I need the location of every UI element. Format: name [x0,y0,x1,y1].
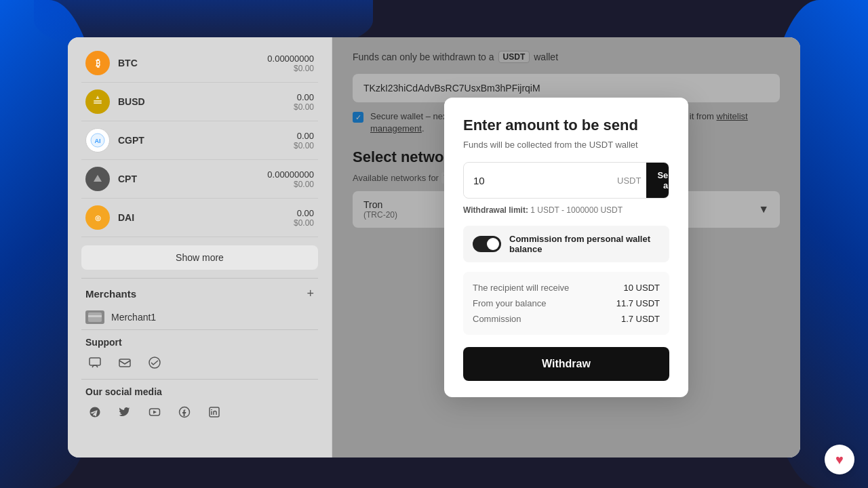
merchant-item[interactable]: Merchant1 [81,305,318,329]
cgpt-name: CGPT [118,135,285,146]
btc-usd: $0.00 [267,64,314,73]
cpt-icon [85,167,110,191]
summary-row-recipient: The recipient will receive 10 USDT [473,280,660,296]
support-section: Support [81,329,318,379]
btc-icon: ₿ [85,51,110,75]
toggle-knob [487,238,499,250]
cgpt-icon: AI [85,128,110,152]
svg-point-12 [149,357,160,368]
summary-row-commission: Commission 1.7 USDT [473,311,660,327]
amount-input[interactable] [464,167,612,195]
telegram-icon[interactable] [145,353,164,372]
commission-row: Commission from personal wallet balance [463,226,669,262]
btc-amounts: 0.00000000 $0.00 [267,54,314,73]
amount-currency-label: USDT [612,167,646,194]
sidebar: ₿ BTC 0.00000000 $0.00 BUSD 0.00 $0.00 [68,37,332,458]
commission-row-label: Commission [473,314,521,324]
svg-rect-1 [94,102,102,104]
merchant-icon [85,310,104,324]
currency-item-cgpt[interactable]: AI CGPT 0.00 $0.00 [81,121,318,160]
heart-button[interactable]: ♥ [825,445,854,474]
content-area: Funds can only be withdrawn to a USDT wa… [332,37,800,458]
currency-item-dai[interactable]: ◎ DAI 0.00 $0.00 [81,199,318,237]
social-section: Our social media [81,379,318,428]
svg-rect-9 [88,315,102,317]
commission-row-value: 1.7 USDT [621,314,660,324]
svg-rect-11 [119,359,130,367]
amount-modal: Enter amount to be send Funds will be co… [444,98,688,397]
cgpt-amounts: 0.00 $0.00 [294,131,314,150]
twitter-icon[interactable] [115,403,134,422]
modal-subtitle: Funds will be collected from the USDT wa… [463,140,669,150]
withdrawal-limit-value: 1 USDT - 1000000 USDT [530,205,623,215]
currency-item-busd[interactable]: BUSD 0.00 $0.00 [81,83,318,121]
amount-input-row: USDT Send all [463,162,669,199]
email-icon[interactable] [115,353,134,372]
merchants-section-header: Merchants + [81,278,318,305]
busd-amounts: 0.00 $0.00 [294,92,314,112]
btc-balance: 0.00000000 [267,54,314,64]
send-all-button[interactable]: Send all [646,163,669,198]
withdraw-button[interactable]: Withdraw [463,347,669,381]
main-card: ₿ BTC 0.00000000 $0.00 BUSD 0.00 $0.00 [68,37,800,458]
from-balance-label: From your balance [473,298,546,308]
social-title: Our social media [85,386,314,397]
merchants-title: Merchants [85,288,136,300]
busd-usd: $0.00 [294,102,314,112]
svg-rect-0 [94,100,102,102]
cpt-balance: 0.00000000 [267,169,314,180]
svg-text:◎: ◎ [95,214,101,222]
support-title: Support [85,337,314,348]
from-balance-value: 11.7 USDT [616,298,660,308]
commission-label: Commission from personal wallet balance [509,234,660,254]
dai-icon: ◎ [85,205,110,230]
cgpt-usd: $0.00 [294,141,314,150]
cgpt-balance: 0.00 [294,131,314,141]
linkedin-icon[interactable] [205,403,224,422]
svg-text:AI: AI [95,138,101,144]
currency-item-btc[interactable]: ₿ BTC 0.00000000 $0.00 [81,44,318,83]
btc-name: BTC [118,58,259,68]
commission-toggle[interactable] [473,236,501,252]
telegram-social-icon[interactable] [85,403,104,422]
busd-icon [85,89,110,114]
dai-amounts: 0.00 $0.00 [294,208,314,228]
summary-table: The recipient will receive 10 USDT From … [463,272,669,335]
modal-title: Enter amount to be send [463,117,669,134]
facebook-icon[interactable] [175,403,194,422]
youtube-icon[interactable] [145,403,164,422]
cpt-amounts: 0.00000000 $0.00 [267,169,314,189]
svg-rect-10 [90,358,100,365]
social-icons [85,403,314,422]
recipient-value: 10 USDT [624,283,660,293]
cpt-name: CPT [118,174,259,184]
show-more-button[interactable]: Show more [81,245,318,270]
dai-usd: $0.00 [294,218,314,228]
busd-name: BUSD [118,96,285,107]
amount-modal-overlay: Enter amount to be send Funds will be co… [332,37,800,458]
withdrawal-limit: Withdrawal limit: 1 USDT - 1000000 USDT [463,205,669,215]
recipient-label: The recipient will receive [473,283,569,293]
cpt-usd: $0.00 [267,180,314,189]
svg-marker-14 [153,411,157,414]
busd-balance: 0.00 [294,92,314,102]
withdrawal-limit-label: Withdrawal limit: [463,205,528,215]
add-merchant-icon[interactable]: + [307,287,314,301]
currency-item-cpt[interactable]: CPT 0.00000000 $0.00 [81,160,318,199]
svg-rect-16 [210,407,219,417]
chat-icon[interactable] [85,353,104,372]
summary-row-balance: From your balance 11.7 USDT [473,296,660,311]
merchant-name: Merchant1 [111,312,156,323]
support-icons [85,353,314,372]
dai-name: DAI [118,212,285,223]
dai-balance: 0.00 [294,208,314,218]
